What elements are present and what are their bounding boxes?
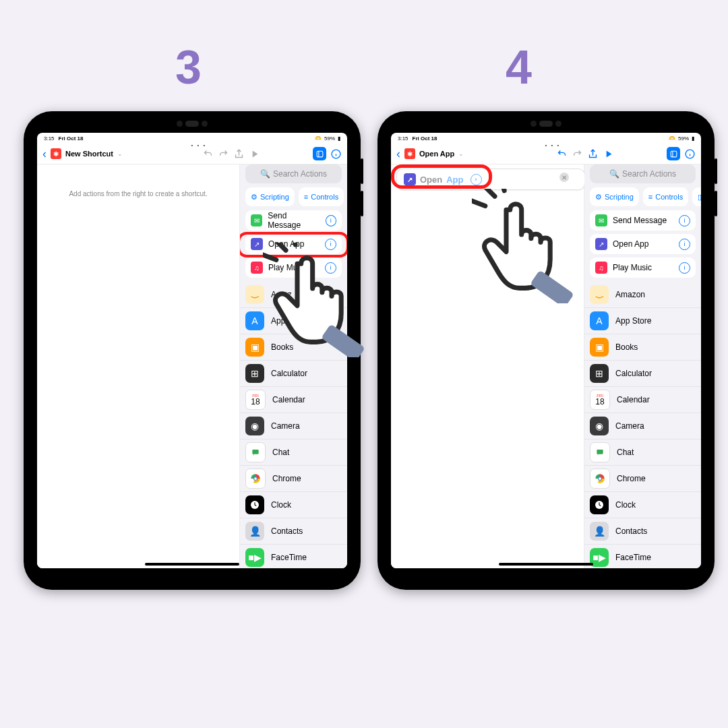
app-calculator[interactable]: ⊞Calculator — [584, 361, 701, 387]
action-send-message[interactable]: ✉︎ Send Message i — [590, 210, 696, 231]
scripting-icon: ⚙︎ — [251, 193, 257, 202]
app-chrome[interactable]: Chrome — [584, 466, 701, 492]
info-icon[interactable] — [330, 148, 342, 160]
camera-icon: ◉ — [245, 417, 264, 435]
app-appstore[interactable]: AApp — [240, 308, 347, 334]
back-button[interactable]: ‹ — [42, 147, 47, 161]
redo-icon[interactable] — [218, 148, 229, 160]
app-appstore[interactable]: AApp Store — [584, 308, 701, 334]
svg-point-18 — [599, 477, 601, 480]
app-calendar[interactable]: FRI18Calendar — [584, 387, 701, 413]
chrome-icon — [245, 468, 266, 489]
action-play-music[interactable]: ♫ Play Music i — [245, 257, 342, 278]
open-app-icon: ↗ — [251, 238, 263, 250]
actions-sidebar: 🔍 Search Actions ⚙︎Scripting ≡Controls ▯… — [584, 164, 701, 568]
app-books[interactable]: ▣Books — [240, 334, 347, 361]
action-open-app-card[interactable]: ↗ Open App › — [396, 169, 585, 190]
info-icon[interactable]: i — [325, 262, 336, 274]
apps-list[interactable]: Amaz AApp ▣Books ⊞Calculator FRI18Calend… — [240, 282, 347, 568]
svg-rect-13 — [672, 151, 673, 157]
search-actions-input[interactable]: 🔍 Search Actions — [590, 164, 696, 183]
home-indicator[interactable] — [499, 563, 593, 566]
chat-icon — [245, 442, 266, 462]
app-contacts[interactable]: 👤Contacts — [584, 518, 701, 545]
info-icon[interactable] — [684, 148, 696, 160]
search-placeholder: Search Actions — [273, 169, 327, 179]
app-facetime[interactable]: ■▶FaceTime — [240, 545, 347, 568]
device-icon: ▯ — [698, 193, 701, 202]
chip-scripting[interactable]: ⚙︎Scripting — [590, 187, 639, 206]
info-icon[interactable]: i — [679, 215, 690, 226]
app-clock[interactable]: Clock — [240, 492, 347, 518]
app-chat[interactable]: Chat — [584, 439, 701, 466]
undo-icon[interactable] — [556, 148, 568, 160]
action-open-app[interactable]: ↗ Open App i — [245, 234, 342, 254]
chip-controls[interactable]: ≡Controls — [299, 187, 344, 206]
info-icon[interactable]: i — [325, 239, 336, 250]
info-icon[interactable]: i — [679, 262, 690, 274]
shortcut-canvas[interactable]: ↗ Open App › ✕ — [391, 164, 584, 568]
apps-list[interactable]: Amazon AApp Store ▣Books ⊞Calculator FRI… — [584, 282, 701, 568]
back-button[interactable]: ‹ — [396, 147, 400, 161]
redo-icon[interactable] — [572, 148, 583, 160]
chip-dev[interactable]: ▯De — [692, 187, 701, 206]
side-button — [361, 191, 363, 216]
app-camera[interactable]: ◉Camera — [240, 413, 347, 439]
clear-action-icon[interactable]: ✕ — [559, 173, 569, 182]
ipad-left: 3:15 Fri Oct 18 • • • 🫶 59% ▮ ‹ ✱ New Sh… — [24, 111, 361, 590]
multitask-dots: • • • — [398, 142, 701, 148]
library-toggle-button[interactable] — [667, 147, 680, 160]
actions-sidebar: 🔍 Search Actions ⚙︎Scripting ≡Controls ▯… — [240, 164, 347, 568]
multitask-dots: • • • — [44, 142, 347, 148]
facetime-icon: ■▶ — [245, 548, 264, 567]
search-placeholder: Search Actions — [622, 169, 676, 179]
library-toggle-button[interactable] — [313, 147, 326, 160]
title-chevron-icon[interactable]: ⌄ — [117, 150, 123, 157]
play-icon[interactable] — [603, 148, 614, 160]
app-amazon[interactable]: Amazon — [584, 282, 701, 308]
battery-pct: 59% — [678, 135, 689, 142]
status-time: 3:15 — [44, 135, 55, 142]
share-icon[interactable] — [587, 148, 599, 160]
app-amazon[interactable]: Amaz — [240, 282, 347, 308]
contacts-icon: 👤 — [590, 522, 609, 541]
wifi-icon: 🫶 — [669, 135, 675, 142]
open-app-icon: ↗ — [595, 238, 607, 250]
shortcut-canvas[interactable]: Add actions from the right to create a s… — [37, 164, 240, 568]
info-icon[interactable]: i — [679, 239, 690, 250]
info-icon[interactable]: i — [326, 215, 336, 226]
app-chat[interactable]: Chat — [240, 439, 347, 466]
action-send-message[interactable]: ✉︎ Send Message i — [245, 210, 342, 231]
undo-icon[interactable] — [202, 148, 214, 160]
title-chevron-icon[interactable]: ⌄ — [458, 150, 464, 157]
app-chrome[interactable]: Chrome — [240, 466, 347, 492]
action-open-app[interactable]: ↗ Open App i — [590, 234, 696, 254]
status-time: 3:15 — [398, 135, 408, 142]
app-calendar[interactable]: FRI18Calendar — [240, 387, 347, 413]
action-param-app[interactable]: App — [446, 175, 463, 185]
chip-controls[interactable]: ≡Controls — [643, 187, 688, 206]
search-actions-input[interactable]: 🔍 Search Actions — [245, 164, 342, 183]
appstore-icon: A — [245, 311, 264, 330]
app-clock[interactable]: Clock — [584, 492, 701, 518]
status-bar: 3:15 Fri Oct 18 • • • 🫶 59% ▮ — [391, 133, 701, 144]
home-indicator[interactable] — [145, 563, 239, 566]
shortcut-title[interactable]: New Shortcut — [65, 150, 113, 158]
status-date: Fri Oct 18 — [59, 135, 84, 142]
action-play-music[interactable]: ♫ Play Music i — [590, 257, 696, 278]
share-icon[interactable] — [233, 148, 245, 160]
scripting-icon: ⚙︎ — [595, 193, 602, 202]
app-calculator[interactable]: ⊞Calculator — [240, 361, 347, 387]
action-verb: Open — [420, 175, 442, 185]
app-camera[interactable]: ◉Camera — [584, 413, 701, 439]
search-icon: 🔍 — [260, 169, 270, 179]
app-contacts[interactable]: 👤Contacts — [240, 518, 347, 545]
step-number-3: 3 — [175, 40, 202, 94]
side-button — [715, 191, 717, 216]
chip-scripting[interactable]: ⚙︎Scripting — [245, 187, 295, 206]
play-icon[interactable] — [249, 148, 260, 160]
action-disclosure-icon[interactable]: › — [471, 174, 482, 185]
app-facetime[interactable]: ■▶FaceTime — [584, 545, 701, 568]
app-books[interactable]: ▣Books — [584, 334, 701, 361]
shortcut-title[interactable]: Open App — [419, 150, 454, 158]
